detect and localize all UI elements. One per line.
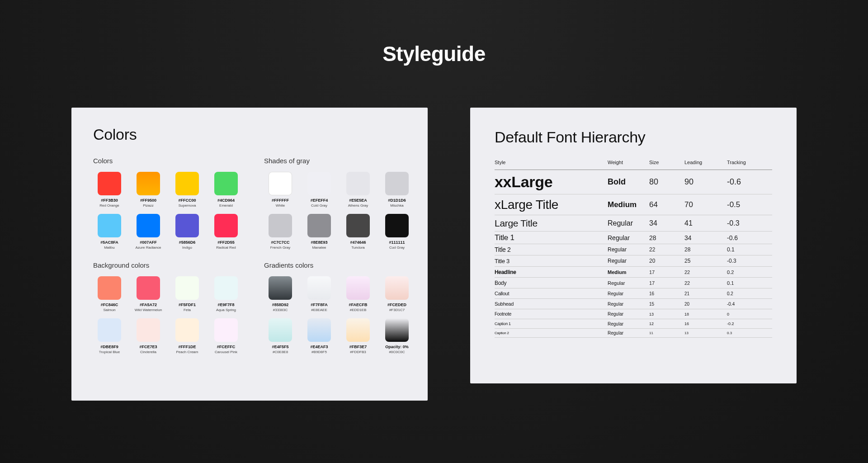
size-cell: 80	[649, 177, 684, 187]
swatch-chip	[307, 172, 331, 195]
typo-row: Title 1Regular2834-0.6	[495, 232, 772, 244]
size-cell: 34	[649, 219, 684, 227]
typo-row: FootnoteRegular13180	[495, 309, 772, 319]
tracking-cell: -0.6	[727, 234, 768, 241]
swatch-name: Cod Gray	[389, 246, 405, 250]
col-tracking: Tracking	[727, 160, 768, 165]
swatch-hex: #F7F8FA	[311, 302, 328, 307]
weight-cell: Regular	[608, 234, 649, 241]
style-cell: xLarge Title	[495, 198, 608, 212]
swatch-name: #E8EAEE	[311, 308, 327, 312]
color-swatch: #111111Cod Gray	[381, 214, 413, 250]
leading-cell: 20	[684, 302, 727, 307]
color-swatch: #FF3B30Red Orange	[93, 172, 126, 208]
tracking-cell: 0.2	[727, 291, 768, 296]
swatch-name: #F3D1C7	[389, 308, 405, 312]
typo-row: BodyRegular17220.1	[495, 278, 772, 288]
swatch-name: #0C0C0C	[389, 350, 405, 354]
swatch-hex: #FCEDED	[387, 302, 406, 307]
swatch-chip	[214, 276, 238, 300]
style-cell: Callout	[495, 291, 608, 296]
leading-cell: 13	[684, 331, 727, 335]
swatch-chip	[307, 214, 331, 237]
swatch-name: #B9D8F5	[311, 350, 327, 354]
leading-cell: 41	[684, 219, 727, 227]
swatch-hex: #FFF1DE	[178, 345, 196, 349]
swatch-chip	[175, 214, 199, 237]
swatch-hex: #FFFFFF	[272, 198, 289, 203]
swatch-chip	[98, 276, 121, 300]
swatch-chip	[385, 172, 409, 195]
style-cell: Headline	[495, 269, 608, 275]
gradients-grid: #858D92#33383C#F7F8FA#E8EAEE#FAECFB#EDD1…	[264, 276, 413, 354]
swatch-hex: #111111	[389, 240, 405, 245]
weight-cell: Regular	[608, 321, 649, 326]
tracking-cell: -0.6	[727, 177, 768, 187]
swatch-hex: #FA5A72	[140, 302, 157, 307]
swatch-hex: #FCEFFC	[217, 345, 236, 349]
swatch-name: Radical Red	[216, 246, 236, 250]
weight-cell: Regular	[608, 258, 649, 264]
typo-row: HeadlineMedium17220.2	[495, 267, 772, 278]
leading-cell: 16	[684, 321, 727, 326]
swatch-chip	[307, 276, 331, 300]
color-swatch: #FCEFFCCarousel Pink	[210, 318, 242, 354]
size-cell: 20	[649, 258, 684, 264]
size-cell: 17	[649, 280, 684, 286]
size-cell: 13	[649, 312, 684, 317]
swatch-hex: #D1D1D6	[388, 198, 406, 203]
swatch-name: Supernova	[179, 203, 196, 208]
swatch-hex: #FF3B30	[101, 198, 118, 203]
swatch-chip	[269, 276, 292, 300]
leading-cell: 18	[684, 312, 727, 317]
gradients-section-label: Gradients colors	[264, 261, 413, 269]
color-swatch: #E9F7F8Aqua Spring	[210, 276, 242, 312]
swatch-chip	[175, 318, 199, 342]
swatch-chip	[137, 318, 160, 342]
col-size: Size	[649, 160, 684, 165]
color-swatch: #E4EAF3#B9D8F5	[303, 318, 335, 354]
style-cell: Caption 2	[495, 331, 608, 335]
swatch-hex: #E4EAF3	[310, 345, 328, 349]
size-cell: 12	[649, 321, 684, 326]
typo-row: SubheadRegular1520-0.4	[495, 299, 772, 309]
swatch-chip	[137, 214, 160, 237]
col-leading: Leading	[684, 160, 727, 165]
swatch-hex: #4CD964	[217, 198, 235, 203]
swatch-chip	[269, 214, 292, 237]
tracking-cell: -0.2	[727, 321, 768, 326]
swatch-hex: #EFEFF4	[311, 198, 328, 203]
swatch-name: #EDD1EB	[350, 308, 366, 312]
swatch-name: Emerald	[219, 203, 233, 208]
color-swatch: #007AFFAzure Radiance	[132, 214, 165, 250]
swatch-name: Cold Gray	[311, 203, 327, 208]
backgrounds-grid: #FC846CSalmon#FA5A72Wild Watermelon#F5FD…	[93, 276, 242, 354]
weight-cell: Medium	[608, 200, 649, 209]
typography-card: Default Font Hierarchy Style Weight Size…	[470, 108, 797, 383]
color-swatch: #FFFFFFWhite	[264, 172, 297, 208]
tracking-cell: -0.3	[727, 258, 768, 264]
color-swatch: #D1D1D6Mischka	[381, 172, 413, 208]
swatch-chip	[214, 318, 238, 342]
swatch-name: #33383C	[273, 308, 288, 312]
swatch-name: Indigo	[182, 246, 192, 250]
color-swatch: #858D92#33383C	[264, 276, 297, 312]
weight-cell: Medium	[608, 269, 649, 275]
style-cell: Caption 1	[495, 321, 608, 326]
swatch-chip	[175, 172, 199, 195]
swatch-chip	[175, 276, 199, 300]
swatch-hex: #8E8E93	[311, 240, 327, 245]
swatch-chip	[269, 318, 292, 342]
swatch-name: White	[276, 203, 285, 208]
color-swatch: #C7C7CCFrench Gray	[264, 214, 297, 250]
style-cell: Body	[495, 280, 608, 286]
swatch-hex: #858D92	[272, 302, 289, 307]
swatch-name: French Gray	[270, 246, 290, 250]
backgrounds-section-label: Background colors	[93, 261, 242, 269]
swatch-hex: #5856D6	[179, 240, 196, 245]
color-swatch: #FFF1DEPeach Cream	[171, 318, 203, 354]
leading-cell: 22	[684, 269, 727, 275]
swatch-hex: #FBF3E7	[349, 345, 367, 349]
grays-section: Shades of gray #FFFFFFWhite#EFEFF4Cold G…	[264, 157, 413, 250]
color-swatch: #E4F5F5#C0E8E8	[264, 318, 297, 354]
